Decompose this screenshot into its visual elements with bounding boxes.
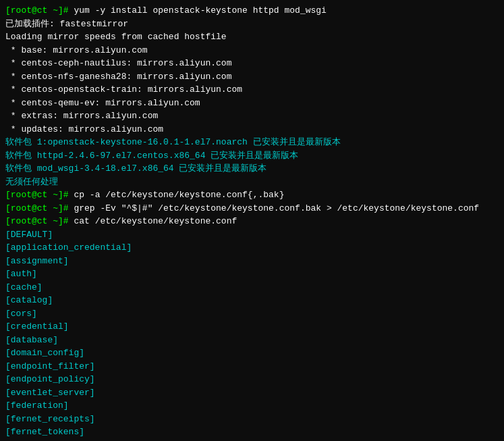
terminal-line: * updates: mirrors.aliyun.com: [5, 123, 499, 136]
terminal-line: * centos-nfs-ganesha28: mirrors.aliyun.c…: [5, 70, 499, 84]
terminal-line: 无须任何处理: [5, 176, 499, 189]
terminal-line: [endpoint_policy]: [5, 373, 499, 386]
terminal-line: [root@ct ~]# cp -a /etc/keystone/keyston…: [5, 188, 499, 202]
terminal-line: [endpoint_filter]: [5, 360, 499, 373]
terminal-line: [catalog]: [5, 294, 499, 307]
terminal-line: Loading mirror speeds from cached hostfi…: [5, 30, 499, 44]
terminal-line: [DEFAULT]: [5, 228, 499, 242]
terminal-line: 已加载插件: fastestmirror: [5, 18, 499, 31]
terminal-line: [fernet_receipts]: [5, 413, 499, 426]
terminal-line: * base: mirrors.aliyun.com: [5, 44, 499, 57]
terminal-line: [fernet_tokens]: [5, 425, 499, 439]
terminal-line: 软件包 httpd-2.4.6-97.el7.centos.x86_64 已安装…: [5, 149, 499, 163]
terminal-line: [credential]: [5, 320, 499, 334]
terminal-line: * extras: mirrors.aliyun.com: [5, 109, 499, 123]
terminal-content: [root@ct ~]# yum -y install openstack-ke…: [5, 4, 499, 441]
terminal-line: * centos-ceph-nautilus: mirrors.aliyun.c…: [5, 57, 499, 70]
terminal-line: [root@ct ~]# cat /etc/keystone/keystone.…: [5, 215, 499, 228]
terminal-line: [eventlet_server]: [5, 386, 499, 400]
terminal-line: [cache]: [5, 281, 499, 294]
terminal-line: [assignment]: [5, 255, 499, 268]
terminal-line: * centos-openstack-train: mirrors.aliyun…: [5, 83, 499, 97]
terminal-line: [root@ct ~]# grep -Ev "^$|#" /etc/keysto…: [5, 202, 499, 215]
terminal-line: [root@ct ~]# yum -y install openstack-ke…: [5, 4, 499, 18]
terminal-line: [auth]: [5, 267, 499, 281]
terminal-line: 软件包 mod_wsgi-3.4-18.el7.x86_64 已安装并且是最新版…: [5, 162, 499, 176]
terminal-line: [healthcheck]: [5, 439, 499, 442]
terminal-line: [cors]: [5, 307, 499, 321]
terminal-line: [federation]: [5, 399, 499, 413]
terminal-line: * centos-qemu-ev: mirrors.aliyun.com: [5, 97, 499, 110]
terminal-line: 软件包 1:openstack-keystone-16.0.1-1.el7.no…: [5, 136, 499, 149]
terminal-line: [database]: [5, 334, 499, 347]
terminal-window: [root@ct ~]# yum -y install openstack-ke…: [0, 0, 504, 441]
terminal-line: [application_credential]: [5, 241, 499, 255]
terminal-line: [domain_config]: [5, 346, 499, 360]
